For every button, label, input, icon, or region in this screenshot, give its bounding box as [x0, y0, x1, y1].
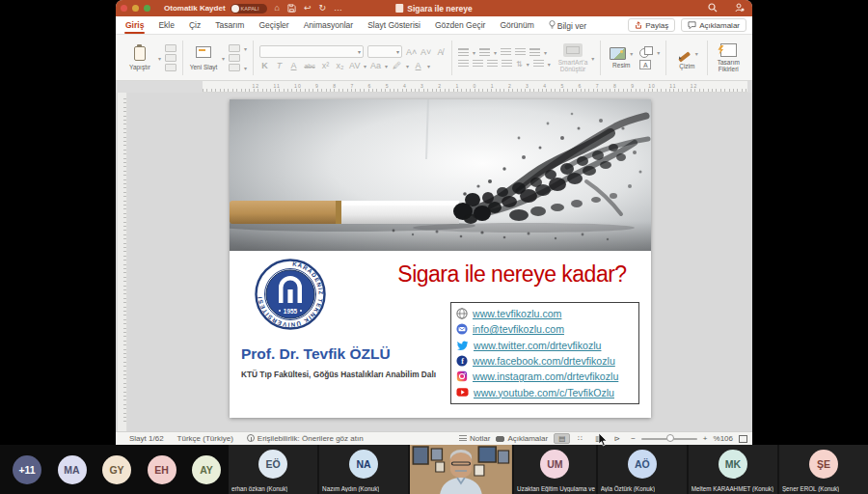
participant-tile[interactable]: AÖ Ayla Öztürk (Konuk): [598, 445, 687, 494]
zoom-in-button[interactable]: +: [703, 434, 708, 443]
subscript-button[interactable]: x₂: [335, 61, 345, 70]
align-left-icon[interactable]: [458, 60, 469, 68]
format-painter-icon[interactable]: [165, 64, 176, 71]
participant-name: Ayla Öztürk (Konuk): [601, 485, 655, 492]
underline-button[interactable]: A: [288, 61, 299, 70]
textbox-icon[interactable]: A: [639, 60, 651, 69]
new-slide-caret[interactable]: ▾: [222, 55, 225, 62]
close-window-button[interactable]: [121, 5, 127, 12]
home-icon[interactable]: ⌂: [275, 4, 280, 13]
tab-giris[interactable]: Giriş: [124, 17, 145, 33]
link-website[interactable]: www.tevfikozlu.com: [456, 307, 634, 321]
participant-tile[interactable]: ŞE Şener EROL (Konuk): [779, 445, 868, 494]
search-icon[interactable]: [708, 3, 718, 13]
language-indicator[interactable]: Türkçe (Türkiye): [177, 434, 233, 443]
autosave-toggle[interactable]: KAPALI: [231, 4, 267, 14]
minimize-window-button[interactable]: [132, 5, 139, 12]
tab-animasyonlar[interactable]: Animasyonlar: [303, 17, 355, 33]
change-case-button[interactable]: Aa: [370, 61, 381, 70]
align-center-icon[interactable]: [473, 60, 483, 68]
columns-icon[interactable]: [533, 60, 544, 68]
link-twitter-text: www.twitter.com/drtevfikozlu: [474, 340, 601, 351]
layout-icon[interactable]: [229, 44, 240, 52]
undo-icon[interactable]: ↩: [304, 4, 312, 13]
paste-dropdown-caret[interactable]: ▾: [158, 55, 161, 62]
zoom-slider-thumb[interactable]: [666, 434, 674, 442]
link-email[interactable]: info@tevfikozlu.com: [456, 322, 634, 337]
zoom-slider[interactable]: [641, 438, 697, 440]
participant-video: [410, 445, 512, 494]
character-spacing-button[interactable]: AV: [349, 61, 360, 70]
section-icon[interactable]: [229, 64, 240, 71]
slideshow-button[interactable]: ⊳: [609, 433, 625, 444]
overflow-participants-badge[interactable]: +11: [13, 455, 41, 484]
comments-toggle[interactable]: Açıklamalar: [496, 434, 548, 443]
cut-icon[interactable]: [165, 44, 176, 52]
redo-icon[interactable]: ↻: [319, 4, 327, 13]
participant-video-tile[interactable]: [410, 445, 512, 494]
shapes-icon[interactable]: [639, 46, 653, 58]
increase-indent-icon[interactable]: [515, 48, 526, 56]
font-color-button[interactable]: A: [413, 61, 423, 70]
line-spacing-icon[interactable]: [529, 48, 540, 57]
tab-ciz[interactable]: Çiz: [188, 17, 202, 33]
participant-avatar[interactable]: GY: [102, 455, 131, 484]
clear-format-button[interactable]: A̸: [435, 47, 446, 57]
presence-icon[interactable]: [735, 3, 745, 13]
convert-to-smartart-button[interactable]: SmartArt'aDönüştür: [558, 43, 588, 73]
fit-slide-icon[interactable]: [739, 435, 747, 443]
bullets-icon[interactable]: [458, 48, 469, 57]
share-button[interactable]: Paylaş: [628, 18, 675, 32]
shrink-font-button[interactable]: A˅: [420, 47, 431, 57]
align-right-icon[interactable]: [487, 60, 498, 68]
save-icon[interactable]: [287, 4, 296, 13]
comments-button[interactable]: Açıklamalar: [681, 18, 746, 32]
participant-tile[interactable]: NA Nazım Aydın (Konuk): [319, 445, 408, 494]
link-youtube[interactable]: www.youtube.com/c/TevfikOzlu: [456, 385, 634, 399]
tab-gecisler[interactable]: Geçişler: [258, 17, 289, 33]
accessibility-check[interactable]: Erişilebilirlik: Önerilere göz atın: [247, 434, 364, 443]
draw-button[interactable]: ▾ Çizim: [672, 47, 701, 69]
text-direction-icon[interactable]: ⇅: [516, 60, 523, 69]
bold-button[interactable]: K: [259, 61, 270, 70]
participant-avatar[interactable]: MA: [58, 455, 87, 484]
zoom-window-button[interactable]: [144, 5, 150, 12]
design-ideas-button[interactable]: TasarımFikirleri: [714, 43, 743, 73]
highlight-button[interactable]: 🖉: [392, 61, 402, 70]
zoom-level[interactable]: %106: [714, 434, 733, 443]
link-twitter[interactable]: www.twitter.com/drtevfikozlu: [456, 338, 634, 352]
copy-icon[interactable]: [165, 54, 176, 62]
font-size-combobox[interactable]: ▾: [367, 45, 402, 58]
strikethrough-button[interactable]: abc: [303, 63, 316, 69]
link-facebook[interactable]: f www.facebook.com/drtevfikozlu: [456, 354, 634, 369]
new-slide-button[interactable]: Yeni Slayt: [189, 46, 218, 70]
tab-slayt-gosterisi[interactable]: Slayt Gösterisi: [366, 17, 421, 33]
participant-tile[interactable]: EÖ erhan özkan (Konuk): [229, 445, 317, 494]
reset-icon[interactable]: [229, 54, 240, 62]
slide-sorter-view-button[interactable]: ∷: [572, 433, 588, 444]
tab-tasarim[interactable]: Tasarım: [214, 17, 245, 33]
more-commands-icon[interactable]: …: [334, 4, 342, 13]
participant-avatar[interactable]: EH: [148, 455, 176, 484]
tab-bilgi-ver[interactable]: Bilgi ver: [548, 17, 587, 34]
tab-gorunum[interactable]: Görünüm: [499, 17, 534, 33]
notes-toggle[interactable]: Notlar: [459, 434, 490, 443]
picture-button[interactable]: ▾ Resim: [607, 47, 636, 69]
participant-avatar[interactable]: AY: [192, 455, 221, 484]
tab-ekle[interactable]: Ekle: [157, 17, 176, 33]
slide[interactable]: KARADENİZ TEKNİK ÜNİVERSİTESİ 1955 Sigar…: [230, 99, 651, 418]
decrease-indent-icon[interactable]: [501, 48, 511, 56]
italic-button[interactable]: T: [274, 61, 285, 70]
link-instagram[interactable]: www.instagram.com/drtevfikozlu: [456, 370, 634, 384]
tab-gozden-gecir[interactable]: Gözden Geçir: [434, 17, 486, 33]
zoom-out-button[interactable]: −: [631, 434, 636, 443]
numbering-icon[interactable]: [479, 48, 490, 57]
superscript-button[interactable]: x²: [320, 61, 331, 70]
font-name-combobox[interactable]: ▾: [259, 45, 364, 58]
paste-button[interactable]: Yapıştır: [125, 46, 154, 70]
normal-view-button[interactable]: ▤: [554, 433, 570, 444]
justify-icon[interactable]: [502, 60, 512, 68]
participant-tile[interactable]: UM Uzaktan Eğitim Uygulama ve Araştır...: [514, 445, 596, 494]
grow-font-button[interactable]: A˄: [406, 47, 417, 57]
participant-tile[interactable]: MK Meltem KARAAHMET (Konuk): [689, 445, 777, 494]
